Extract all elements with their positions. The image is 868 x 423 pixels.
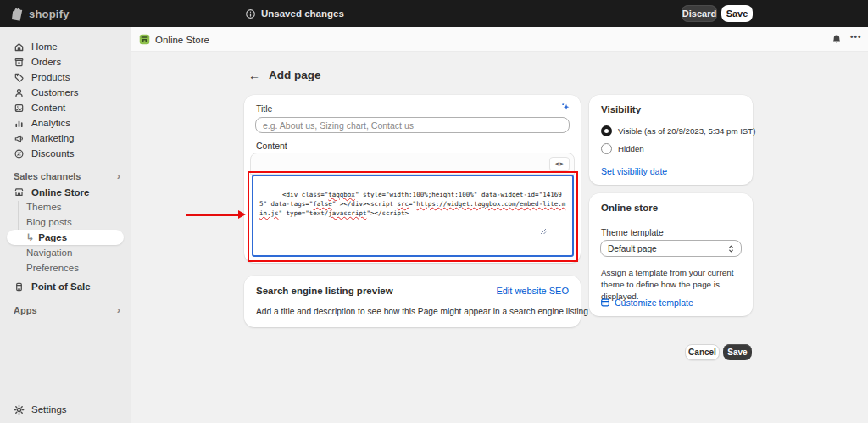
annotation-arrow — [186, 214, 239, 216]
visibility-card-title: Visibility — [601, 104, 641, 114]
sidebar-item-label: Content — [31, 103, 65, 113]
online-store-label: Online Store — [31, 187, 89, 198]
sidebar-item-pages[interactable]: ↳ Pages — [7, 230, 124, 245]
sales-channels-header[interactable]: Sales channels › — [0, 170, 131, 183]
online-store-context-badge: Online Store — [139, 27, 209, 52]
sidebar-item-customers[interactable]: Customers — [0, 85, 131, 100]
themes-label: Themes — [26, 202, 62, 212]
sidebar-item-blog-posts[interactable]: Blog posts — [0, 214, 131, 230]
top-bar: shopify Unsaved changes Discard Save — [0, 0, 868, 27]
discard-button[interactable]: Discard — [682, 5, 717, 22]
sidebar: Home Orders Products Customers Content A… — [0, 27, 131, 423]
cancel-button[interactable]: Cancel — [685, 344, 720, 360]
edit-website-seo-link[interactable]: Edit website SEO — [496, 286, 569, 296]
sidebar-item-orders[interactable]: Orders — [0, 54, 131, 70]
online-store-card: Online store Theme template Default page… — [589, 193, 753, 316]
apps-header[interactable]: Apps › — [0, 303, 131, 317]
code-view-toggle-button[interactable]: <> — [549, 157, 570, 171]
sidebar-item-label: Orders — [31, 57, 61, 67]
visibility-card: Visibility Visible (as of 20/9/2023, 5:3… — [589, 95, 753, 185]
settings-gear-icon — [14, 404, 25, 415]
sidebar-item-label: Customers — [31, 87, 79, 97]
navigation-label: Navigation — [26, 248, 72, 258]
sidebar-item-analytics[interactable]: Analytics — [0, 115, 131, 131]
magic-sparkle-icon[interactable] — [560, 102, 571, 113]
shopify-logo-text: shopify — [29, 8, 70, 20]
content-field-label: Content — [256, 141, 287, 151]
unsaved-changes-status: Unsaved changes — [245, 0, 344, 27]
sidebar-item-label: Analytics — [31, 118, 70, 128]
sidebar-item-themes[interactable]: Themes — [0, 199, 131, 214]
sidebar-item-content[interactable]: Content — [0, 100, 131, 115]
shopify-admin-window: shopify Unsaved changes Discard Save Hom… — [0, 0, 868, 423]
blog-posts-label: Blog posts — [26, 217, 72, 227]
hidden-option-label: Hidden — [618, 144, 644, 153]
sidebar-item-label: Products — [31, 72, 70, 82]
radio-selected-icon[interactable] — [601, 125, 612, 136]
page-form-card: Title Content <> <div class="taggbox" st… — [244, 95, 581, 263]
point-of-sale-label: Point of Sale — [31, 281, 91, 292]
orders-icon — [14, 57, 25, 68]
visible-option-label: Visible (as of 20/9/2023, 5:34 pm IST) — [618, 126, 755, 136]
visible-radio-option[interactable]: Visible (as of 20/9/2023, 5:34 pm IST) — [601, 125, 755, 136]
save-button[interactable]: Save — [723, 344, 752, 360]
content-code-editor[interactable]: <div class="taggbox" style="width:100%;h… — [252, 175, 574, 257]
page-title: Add page — [269, 69, 321, 81]
content-icon — [14, 103, 25, 114]
sidebar-item-online-store[interactable]: Online Store — [0, 185, 131, 199]
sidebar-item-home[interactable]: Home — [0, 39, 131, 54]
products-icon — [14, 72, 25, 83]
back-arrow-icon[interactable]: ← — [248, 70, 260, 81]
customize-template-label: Customize template — [615, 298, 693, 308]
topbar-save-button[interactable]: Save — [721, 5, 753, 22]
title-field-label: Title — [256, 103, 272, 114]
preferences-label: Preferences — [26, 263, 79, 273]
select-chevrons-icon — [727, 243, 735, 254]
sidebar-item-point-of-sale[interactable]: Point of Sale — [0, 279, 131, 294]
content-editor-toolbar: <> — [250, 153, 575, 175]
sidebar-item-settings[interactable]: Settings — [0, 402, 131, 417]
theme-template-label: Theme template — [601, 228, 664, 237]
title-input[interactable] — [255, 117, 570, 133]
more-options-icon[interactable]: ••• — [850, 32, 862, 42]
hidden-radio-option[interactable]: Hidden — [601, 143, 644, 154]
annotation-arrow-head — [238, 210, 246, 219]
marketing-icon — [14, 133, 25, 144]
sidebar-item-marketing[interactable]: Marketing — [0, 131, 131, 146]
theme-template-select[interactable]: Default page — [600, 240, 742, 257]
online-store-badge-icon — [139, 34, 150, 45]
set-visibility-date-link[interactable]: Set visibility date — [601, 166, 667, 176]
settings-label: Settings — [31, 404, 67, 415]
sidebar-item-products[interactable]: Products — [0, 70, 131, 85]
online-store-icon — [14, 186, 25, 198]
context-bar: Online Store ••• — [131, 27, 868, 52]
sidebar-item-discounts[interactable]: Discounts — [0, 146, 131, 161]
analytics-icon — [14, 118, 25, 129]
point-of-sale-icon — [14, 281, 25, 292]
customers-icon — [14, 87, 25, 98]
pages-label: Pages — [38, 232, 67, 242]
customize-template-link[interactable]: Customize template — [600, 298, 693, 308]
apps-label: Apps — [14, 305, 37, 315]
shopify-logo[interactable]: shopify — [11, 0, 70, 27]
shopify-bag-icon — [11, 7, 25, 21]
chevron-right-icon: › — [117, 172, 120, 181]
sidebar-item-preferences[interactable]: Preferences — [0, 260, 131, 276]
context-badge-label: Online Store — [155, 35, 209, 45]
sidebar-item-navigation[interactable]: Navigation — [0, 245, 131, 260]
sidebar-item-label: Home — [31, 42, 58, 52]
seo-description: Add a title and description to see how t… — [256, 307, 588, 316]
theme-template-value: Default page — [608, 244, 657, 253]
return-arrow-icon: ↳ — [26, 233, 34, 242]
chevron-right-icon: › — [117, 306, 120, 314]
radio-unselected-icon[interactable] — [601, 143, 612, 154]
theme-icon — [600, 298, 610, 308]
info-icon — [245, 8, 256, 19]
sales-channels-label: Sales channels — [14, 171, 81, 181]
resize-handle-icon[interactable] — [540, 209, 570, 253]
notification-bell-icon[interactable] — [831, 34, 843, 46]
sidebar-item-label: Marketing — [31, 133, 75, 143]
sidebar-item-label: Discounts — [31, 148, 75, 159]
online-store-card-title: Online store — [601, 203, 658, 213]
home-icon — [14, 42, 25, 53]
